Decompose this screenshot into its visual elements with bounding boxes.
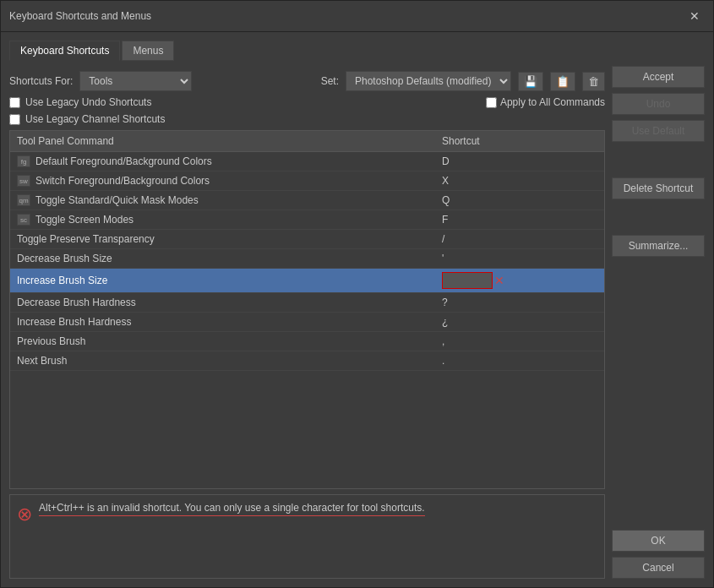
row-icon: qm bbox=[17, 194, 30, 206]
error-area: ⊗ Alt+Ctrl++ is an invalid shortcut. You… bbox=[9, 494, 605, 579]
legacy-undo-row: Use Legacy Undo Shortcuts Apply to All C… bbox=[9, 96, 605, 108]
close-button[interactable]: ✕ bbox=[684, 8, 705, 24]
row-command: Previous Brush bbox=[17, 335, 85, 347]
row-command: Increase Brush Size bbox=[17, 275, 107, 286]
apply-to-all-checkbox[interactable] bbox=[486, 97, 497, 108]
table-row[interactable]: Decrease Brush Hardness ? bbox=[10, 293, 604, 313]
right-panel: Accept Undo Use Default Delete Shortcut … bbox=[612, 41, 705, 579]
th-shortcut: Shortcut bbox=[435, 131, 604, 151]
row-command: Toggle Preserve Transparency bbox=[17, 233, 155, 245]
row-icon: sw bbox=[17, 175, 30, 187]
undo-button[interactable]: Undo bbox=[612, 93, 705, 115]
table-row[interactable]: Next Brush . bbox=[10, 351, 604, 371]
tab-menus[interactable]: Menus bbox=[122, 41, 174, 61]
row-shortcut: / bbox=[442, 233, 444, 245]
table-row-selected[interactable]: Increase Brush Size ✕ bbox=[10, 269, 604, 293]
table-row[interactable]: Decrease Brush Size ' bbox=[10, 249, 604, 269]
summarize-button[interactable]: Summarize... bbox=[612, 235, 705, 257]
row-shortcut: . bbox=[442, 355, 444, 367]
dialog-title: Keyboard Shortcuts and Menus bbox=[9, 10, 151, 22]
error-icon: ⊗ bbox=[17, 504, 32, 525]
row-shortcut: X bbox=[442, 175, 449, 187]
th-command: Tool Panel Command bbox=[10, 131, 435, 151]
row-command: Toggle Screen Modes bbox=[35, 214, 134, 226]
table-row[interactable]: fg Default Foreground/Background Colors … bbox=[10, 152, 604, 172]
row-shortcut: D bbox=[442, 155, 450, 167]
ok-button[interactable]: OK bbox=[612, 530, 705, 552]
save-copy-button[interactable]: 📋 bbox=[550, 72, 575, 91]
table-row[interactable]: sc Toggle Screen Modes F bbox=[10, 210, 604, 230]
clear-shortcut-button[interactable]: ✕ bbox=[494, 275, 504, 286]
table-row[interactable]: sw Switch Foreground/Background Colors X bbox=[10, 172, 604, 191]
row-shortcut: , bbox=[442, 335, 444, 347]
shortcuts-for-row: Shortcuts For: Tools Application Menus P… bbox=[9, 71, 605, 91]
cancel-button[interactable]: Cancel bbox=[612, 557, 705, 579]
table-row[interactable]: Increase Brush Hardness ¿ bbox=[10, 313, 604, 332]
row-shortcut: F bbox=[442, 214, 448, 226]
row-command: Decrease Brush Size bbox=[17, 253, 112, 264]
table-body[interactable]: fg Default Foreground/Background Colors … bbox=[10, 152, 604, 372]
shortcuts-for-dropdown[interactable]: Tools Application Menus Panel Menus Task… bbox=[79, 71, 192, 91]
accept-button[interactable]: Accept bbox=[612, 66, 705, 88]
save-set-button[interactable]: 💾 bbox=[518, 72, 543, 91]
table-row[interactable]: Previous Brush , bbox=[10, 332, 604, 351]
table-row[interactable]: First Brush . bbox=[10, 371, 604, 372]
row-command: Increase Brush Hardness bbox=[17, 316, 131, 328]
row-command: Next Brush bbox=[17, 355, 67, 367]
apply-to-all-label: Apply to All Commands bbox=[500, 96, 605, 108]
table-row[interactable]: Toggle Preserve Transparency / bbox=[10, 230, 604, 249]
row-shortcut: ? bbox=[442, 297, 448, 308]
row-shortcut: ¿ bbox=[442, 316, 448, 328]
legacy-undo-checkbox[interactable] bbox=[9, 97, 20, 108]
left-panel: Keyboard Shortcuts Menus Shortcuts For: … bbox=[9, 41, 605, 579]
tab-keyboard-shortcuts[interactable]: Keyboard Shortcuts bbox=[9, 41, 120, 61]
legacy-undo-label: Use Legacy Undo Shortcuts bbox=[25, 96, 151, 108]
row-shortcut: Q bbox=[442, 194, 450, 206]
dialog: Keyboard Shortcuts and Menus ✕ Keyboard … bbox=[0, 0, 714, 588]
row-command: Decrease Brush Hardness bbox=[17, 297, 136, 308]
title-bar: Keyboard Shortcuts and Menus ✕ bbox=[1, 1, 713, 32]
row-shortcut: ' bbox=[442, 253, 444, 264]
table-row[interactable]: qm Toggle Standard/Quick Mask Modes Q bbox=[10, 191, 604, 210]
shortcuts-table: Tool Panel Command Shortcut fg Default F… bbox=[9, 130, 605, 489]
delete-shortcut-button[interactable]: Delete Shortcut bbox=[612, 177, 705, 199]
use-default-button[interactable]: Use Default bbox=[612, 120, 705, 142]
legacy-channel-row: Use Legacy Channel Shortcuts bbox=[9, 113, 605, 125]
dialog-body: Keyboard Shortcuts Menus Shortcuts For: … bbox=[1, 32, 713, 587]
set-label: Set: bbox=[321, 75, 339, 87]
tabs-container: Keyboard Shortcuts Menus bbox=[9, 41, 605, 61]
shortcuts-for-label: Shortcuts For: bbox=[9, 75, 73, 87]
delete-set-button[interactable]: 🗑 bbox=[582, 72, 605, 91]
table-header: Tool Panel Command Shortcut bbox=[10, 131, 604, 152]
row-command: Toggle Standard/Quick Mask Modes bbox=[35, 194, 199, 206]
row-icon: sc bbox=[17, 214, 30, 226]
shortcut-input[interactable] bbox=[442, 272, 493, 289]
error-message: Alt+Ctrl++ is an invalid shortcut. You c… bbox=[39, 502, 425, 516]
row-command: Default Foreground/Background Colors bbox=[35, 155, 212, 167]
legacy-channel-label: Use Legacy Channel Shortcuts bbox=[25, 113, 165, 125]
legacy-channel-checkbox[interactable] bbox=[9, 114, 20, 125]
row-command: Switch Foreground/Background Colors bbox=[35, 175, 210, 187]
apply-all-row: Apply to All Commands bbox=[486, 96, 605, 108]
row-icon: fg bbox=[17, 155, 30, 167]
set-dropdown[interactable]: Photoshop Defaults (modified) bbox=[346, 71, 511, 91]
